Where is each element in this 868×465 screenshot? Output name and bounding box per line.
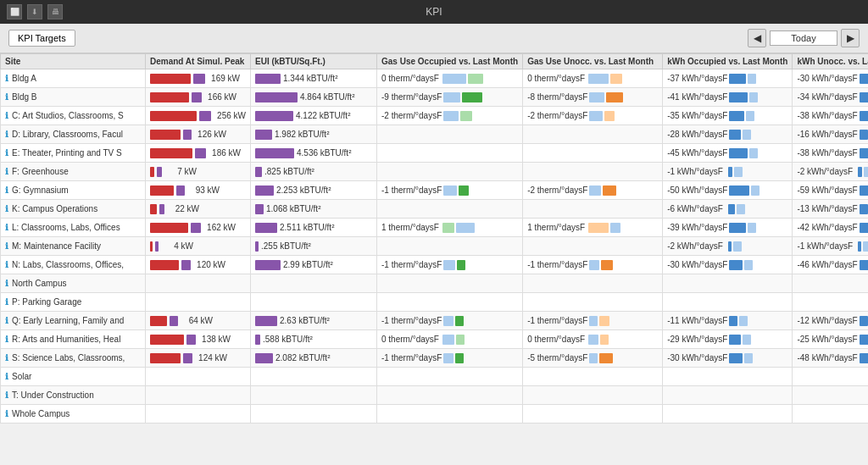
- gas-unocc-cell-1: -8 therm/°daysF: [523, 88, 663, 107]
- titlebar-icons: ⬜ ⬇ 🖶: [7, 4, 63, 19]
- info-icon[interactable]: ℹ: [5, 260, 8, 269]
- info-icon[interactable]: ℹ: [5, 130, 8, 139]
- demand-cell-6: 93 kW: [146, 181, 251, 200]
- eui-cell-18: [251, 405, 377, 423]
- col-demand: Demand At Simul. Peak: [146, 54, 251, 69]
- kwh-unocc-cell-11: [793, 274, 868, 293]
- eui-cell-7: 1.068 kBTU/ft²: [251, 200, 377, 219]
- gas-unocc-cell-15: -5 therm/°daysF: [523, 349, 663, 368]
- gas-unocc-cell-16: [523, 368, 663, 386]
- gas-occ-cell-2: -2 therm/°daysF: [377, 107, 523, 125]
- gas-occ-cell-16: [377, 368, 523, 386]
- table-row: ℹ S: Science Labs, Classrooms, 124 kW 2.…: [1, 349, 869, 368]
- kwh-occ-cell-2: -35 kWh/°daysF: [663, 107, 793, 125]
- toolbar-nav: ◀ Today ▶: [748, 29, 860, 47]
- demand-cell-18: [146, 405, 251, 423]
- info-icon[interactable]: ℹ: [5, 204, 8, 213]
- info-icon[interactable]: ℹ: [5, 148, 8, 158]
- kwh-occ-cell-13: -11 kWh/°daysF: [663, 312, 793, 330]
- gas-occ-cell-11: [377, 274, 523, 293]
- nav-prev-button[interactable]: ◀: [748, 29, 766, 47]
- info-icon[interactable]: ℹ: [5, 111, 8, 120]
- kwh-unocc-cell-7: -13 kWh/°daysF: [793, 200, 868, 219]
- kwh-unocc-cell-15: -48 kWh/°daysF: [793, 349, 868, 368]
- site-cell-16: ℹ Solar: [1, 368, 146, 386]
- kwh-occ-cell-6: -50 kWh/°daysF: [663, 181, 793, 200]
- demand-cell-16: [146, 368, 251, 386]
- eui-cell-3: 1.982 kBTU/ft²: [251, 125, 377, 144]
- info-icon[interactable]: ℹ: [5, 316, 8, 325]
- kpi-targets-button[interactable]: KPI Targets: [8, 30, 75, 47]
- kwh-unocc-cell-6: -59 kWh/°daysF: [793, 181, 868, 200]
- kwh-unocc-cell-16: [793, 368, 868, 386]
- site-cell-15: ℹ S: Science Labs, Classrooms,: [1, 349, 146, 368]
- info-icon[interactable]: ℹ: [5, 74, 8, 83]
- kwh-occ-cell-10: -30 kWh/°daysF: [663, 256, 793, 274]
- demand-cell-8: 162 kW: [146, 219, 251, 237]
- download-icon[interactable]: ⬇: [27, 4, 42, 19]
- nav-next-button[interactable]: ▶: [841, 29, 860, 47]
- info-icon[interactable]: ℹ: [5, 390, 8, 400]
- site-name: N: Labs, Classrooms, Offices,: [12, 260, 124, 269]
- info-icon[interactable]: ℹ: [5, 167, 8, 176]
- site-name: M: Maintenance Facility: [12, 241, 101, 251]
- site-name: Bldg A: [12, 74, 36, 83]
- kwh-occ-cell-0: -37 kWh/°daysF: [663, 69, 793, 88]
- table-row: ℹ Bldg A 169 kW 1.344 kBTU/ft² 0 therm/°…: [1, 69, 869, 88]
- site-cell-7: ℹ K: Campus Operations: [1, 200, 146, 219]
- site-name: F: Greenhouse: [12, 167, 69, 176]
- site-name: T: Under Construction: [12, 390, 94, 400]
- info-icon[interactable]: ℹ: [5, 223, 8, 232]
- kwh-unocc-cell-12: [793, 293, 868, 312]
- kwh-occ-cell-5: -1 kWh/°daysF: [663, 163, 793, 181]
- eui-cell-16: [251, 368, 377, 386]
- info-icon[interactable]: ℹ: [5, 92, 8, 102]
- info-icon[interactable]: ℹ: [5, 409, 8, 418]
- demand-cell-13: 64 kW: [146, 312, 251, 330]
- eui-cell-6: 2.253 kBTU/ft²: [251, 181, 377, 200]
- site-cell-18: ℹ Whole Campus: [1, 405, 146, 423]
- kwh-occ-cell-14: -29 kWh/°daysF: [663, 330, 793, 349]
- demand-cell-15: 124 kW: [146, 349, 251, 368]
- site-cell-17: ℹ T: Under Construction: [1, 386, 146, 405]
- kwh-unocc-cell-5: -2 kWh/°daysF: [793, 163, 868, 181]
- info-icon[interactable]: ℹ: [5, 372, 8, 381]
- gas-occ-cell-8: 1 therm/°daysF: [377, 219, 523, 237]
- demand-cell-3: 126 kW: [146, 125, 251, 144]
- site-name: R: Arts and Humanities, Heal: [12, 335, 120, 344]
- site-name: North Campus: [12, 279, 66, 288]
- site-cell-0: ℹ Bldg A: [1, 69, 146, 88]
- gas-occ-cell-7: [377, 200, 523, 219]
- info-icon[interactable]: ℹ: [5, 241, 8, 251]
- gas-occ-cell-14: 0 therm/°daysF: [377, 330, 523, 349]
- table-row: ℹ M: Maintenance Facility 4 kW .255 kBTU…: [1, 237, 869, 256]
- demand-cell-17: [146, 386, 251, 405]
- site-cell-10: ℹ N: Labs, Classrooms, Offices,: [1, 256, 146, 274]
- gas-occ-cell-0: 0 therm/°daysF: [377, 69, 523, 88]
- info-icon[interactable]: ℹ: [5, 353, 8, 363]
- nav-label: Today: [770, 30, 837, 46]
- gas-occ-cell-17: [377, 386, 523, 405]
- gas-occ-cell-6: -1 therm/°daysF: [377, 181, 523, 200]
- gas-occ-cell-9: [377, 237, 523, 256]
- col-gas-occ: Gas Use Occupied vs. Last Month: [377, 54, 523, 69]
- table-row: ℹ L: Classrooms, Labs, Offices 162 kW 2.…: [1, 219, 869, 237]
- site-cell-1: ℹ Bldg B: [1, 88, 146, 107]
- kwh-occ-cell-15: -30 kWh/°daysF: [663, 349, 793, 368]
- info-icon[interactable]: ℹ: [5, 297, 8, 307]
- site-cell-14: ℹ R: Arts and Humanities, Heal: [1, 330, 146, 349]
- demand-cell-2: 256 kW: [146, 107, 251, 125]
- info-icon[interactable]: ℹ: [5, 185, 8, 195]
- site-name: L: Classrooms, Labs, Offices: [12, 223, 120, 232]
- site-name: G: Gymnasium: [12, 185, 69, 195]
- gas-unocc-cell-10: -1 therm/°daysF: [523, 256, 663, 274]
- gas-occ-cell-3: [377, 125, 523, 144]
- site-name: C: Art Studios, Classrooms, S: [12, 111, 124, 120]
- window-icon[interactable]: ⬜: [7, 4, 22, 19]
- info-icon[interactable]: ℹ: [5, 279, 8, 288]
- info-icon[interactable]: ℹ: [5, 335, 8, 344]
- kwh-occ-cell-12: [663, 293, 793, 312]
- print-icon[interactable]: 🖶: [47, 4, 63, 19]
- demand-cell-11: [146, 274, 251, 293]
- table-row: ℹ T: Under Construction: [1, 386, 869, 405]
